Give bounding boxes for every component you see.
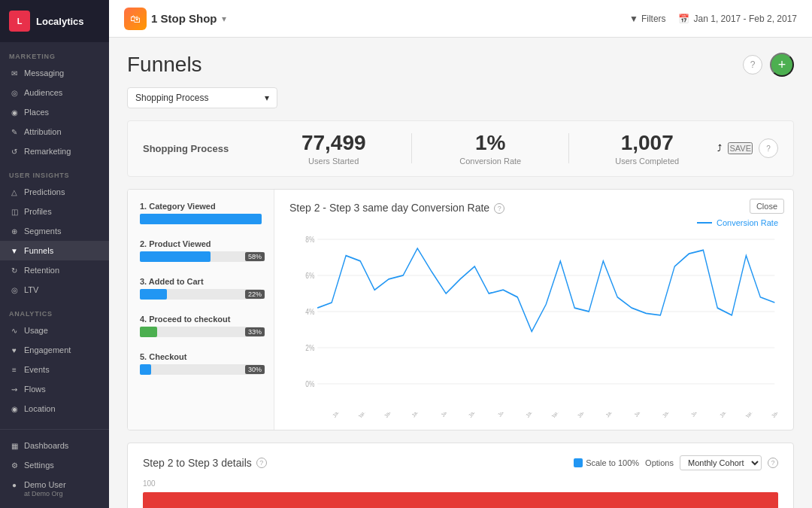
sidebar-section-label-marketing: Marketing bbox=[0, 42, 109, 63]
add-funnel-button[interactable]: + bbox=[770, 53, 794, 77]
stat-conversion-rate: 1% Conversion Rate bbox=[420, 132, 560, 166]
funnel-selector[interactable]: Shopping Process ▾ bbox=[127, 87, 277, 108]
step-header-3: 4. Proceed to checkout bbox=[140, 315, 262, 324]
sidebar-item-usage[interactable]: ∿Usage bbox=[0, 321, 109, 340]
sidebar-item-events[interactable]: ≡Events bbox=[0, 360, 109, 379]
options-info-icon[interactable]: ? bbox=[768, 458, 778, 468]
audiences-icon: ◎ bbox=[9, 87, 20, 98]
details-header: Step 2 to Step 3 details ? Scale to 100%… bbox=[143, 455, 778, 470]
sidebar-label-remarketing: Remarketing bbox=[24, 147, 71, 156]
sidebar-item-retention[interactable]: ↻Retention bbox=[0, 260, 109, 280]
chart-area: 8% 6% 4% 2% 0% bbox=[289, 230, 778, 411]
details-controls: Scale to 100% Options Monthly Cohort Wee… bbox=[574, 455, 778, 470]
x-label-15: Fri, Jan 16 bbox=[738, 412, 757, 418]
step-item-4[interactable]: 5. Checkout 30% bbox=[140, 352, 262, 375]
x-label-6: Wed, Jan 07 bbox=[489, 412, 510, 418]
x-label-12: Tue, Jan 13 bbox=[654, 412, 674, 418]
step-bar-container-3: 33% bbox=[140, 327, 262, 337]
help-button[interactable]: ? bbox=[743, 55, 762, 75]
svg-text:0%: 0% bbox=[305, 379, 314, 388]
sidebar-item-attribution[interactable]: ✎Attribution bbox=[0, 122, 109, 141]
sidebar-item-funnels[interactable]: ▼Funnels bbox=[0, 241, 109, 260]
chart-info-icon[interactable]: ? bbox=[494, 203, 504, 214]
sidebar-item-places[interactable]: ◉Places bbox=[0, 102, 109, 122]
sidebar-item-engagement[interactable]: ♥Engagement bbox=[0, 340, 109, 360]
step-header-4: 5. Checkout bbox=[140, 352, 262, 361]
stats-funnel-name: Shopping Process bbox=[143, 143, 263, 154]
step-bar-container-1: 58% bbox=[140, 251, 262, 262]
dashboards-icon: ▦ bbox=[9, 440, 20, 451]
save-button[interactable]: SAVE bbox=[728, 142, 753, 154]
x-axis: Thu, Jan 01Fri, Jan 02Sat, Jan 03Sun, Ja… bbox=[289, 412, 778, 418]
chart-legend: Conversion Rate bbox=[289, 218, 778, 227]
sidebar-item-user[interactable]: ● Demo User at Demo Org bbox=[0, 475, 109, 502]
stats-bar: Shopping Process 77,499 Users Started 1%… bbox=[127, 120, 794, 177]
sidebar-item-dashboards[interactable]: ▦ Dashboards bbox=[0, 436, 109, 455]
details-section: Step 2 to Step 3 details ? Scale to 100%… bbox=[127, 443, 794, 508]
step-item-3[interactable]: 4. Proceed to checkout 33% bbox=[140, 315, 262, 337]
x-label-8: Fri, Jan 09 bbox=[545, 412, 564, 418]
bar-label-100: 100 bbox=[143, 479, 778, 488]
sidebar-item-profiles[interactable]: ◫Profiles bbox=[0, 202, 109, 221]
location-icon: ◉ bbox=[9, 403, 20, 414]
stat-conversion-value: 1% bbox=[420, 132, 560, 155]
sidebar-item-ltv[interactable]: ◎LTV bbox=[0, 280, 109, 300]
step-item-2[interactable]: 3. Added to Cart 22% bbox=[140, 277, 262, 300]
x-label-1: Fri, Jan 02 bbox=[352, 412, 371, 418]
sidebar-item-location[interactable]: ◉Location bbox=[0, 399, 109, 418]
scale-checkbox[interactable]: Scale to 100% bbox=[574, 458, 639, 467]
stats-help-button[interactable]: ? bbox=[759, 138, 778, 158]
step-pct-3: 33% bbox=[245, 327, 265, 336]
filters-button[interactable]: ▼ Filters bbox=[629, 14, 666, 24]
app-chevron-icon[interactable]: ▾ bbox=[222, 14, 226, 24]
topbar-right: ▼ Filters 📅 Jan 1, 2017 - Feb 2, 2017 bbox=[629, 14, 797, 24]
sidebar-label-predictions: Predictions bbox=[24, 187, 65, 196]
date-range[interactable]: 📅 Jan 1, 2017 - Feb 2, 2017 bbox=[678, 14, 797, 24]
svg-text:4%: 4% bbox=[305, 306, 314, 315]
x-label-3: Sun, Jan 04 bbox=[404, 412, 424, 418]
legend-line-icon bbox=[697, 222, 712, 224]
stats-actions: ⤴ SAVE ? bbox=[717, 138, 778, 158]
calendar-icon: 📅 bbox=[678, 14, 689, 24]
stat-divider-2 bbox=[568, 133, 569, 163]
sidebar-item-remarketing[interactable]: ↺Remarketing bbox=[0, 141, 109, 161]
step-header-1: 2. Product Viewed bbox=[140, 239, 262, 248]
legend-label: Conversion Rate bbox=[717, 218, 778, 227]
step-pct-1: 58% bbox=[245, 252, 265, 261]
details-info-icon[interactable]: ? bbox=[256, 458, 267, 468]
sidebar-label-messaging: Messaging bbox=[24, 68, 64, 78]
sidebar-label-events: Events bbox=[24, 365, 50, 374]
svg-text:2%: 2% bbox=[305, 342, 314, 351]
options-select[interactable]: Monthly Cohort Weekly Cohort Daily Cohor… bbox=[680, 455, 762, 470]
funnel-container: 1. Category Viewed 2. Product Viewed 58%… bbox=[127, 189, 794, 430]
step-header-0: 1. Category Viewed bbox=[140, 202, 262, 211]
close-chart-button[interactable]: Close bbox=[750, 199, 784, 214]
sidebar-label-segments: Segments bbox=[24, 227, 62, 236]
sidebar-item-messaging[interactable]: ✉Messaging bbox=[0, 63, 109, 83]
page-header: Funnels ? + bbox=[127, 53, 794, 77]
sidebar-item-audiences[interactable]: ◎Audiences bbox=[0, 83, 109, 102]
x-label-14: Thu, Jan 15 bbox=[711, 412, 732, 418]
sidebar-item-segments[interactable]: ⊕Segments bbox=[0, 221, 109, 241]
step-item-1[interactable]: 2. Product Viewed 58% bbox=[140, 239, 262, 262]
funnel-selector-value: Shopping Process bbox=[135, 93, 208, 103]
page-actions: ? + bbox=[743, 53, 794, 77]
filter-icon: ▼ bbox=[629, 14, 638, 24]
places-icon: ◉ bbox=[9, 107, 20, 117]
step-item-0[interactable]: 1. Category Viewed bbox=[140, 202, 262, 224]
topbar-left: 🛍 1 Stop Shop ▾ bbox=[124, 8, 226, 30]
step-bar-3 bbox=[140, 327, 157, 337]
sidebar-item-predictions[interactable]: △Predictions bbox=[0, 182, 109, 202]
chart-title: Step 2 - Step 3 same day Conversion Rate bbox=[289, 202, 489, 214]
settings-icon: ⚙ bbox=[9, 460, 20, 470]
page-title: Funnels bbox=[127, 53, 202, 77]
predictions-icon: △ bbox=[9, 187, 20, 197]
content-area: Funnels ? + Shopping Process ▾ Shopping … bbox=[109, 38, 812, 508]
settings-label: Settings bbox=[24, 461, 54, 470]
sidebar-item-settings[interactable]: ⚙ Settings bbox=[0, 455, 109, 475]
step-header-2: 3. Added to Cart bbox=[140, 277, 262, 286]
x-label-11: Mon, Jan 12 bbox=[626, 412, 647, 418]
step-pct-2: 22% bbox=[245, 290, 265, 299]
sidebar-item-flows[interactable]: ⇝Flows bbox=[0, 379, 109, 399]
step-pct-4: 30% bbox=[245, 365, 265, 374]
